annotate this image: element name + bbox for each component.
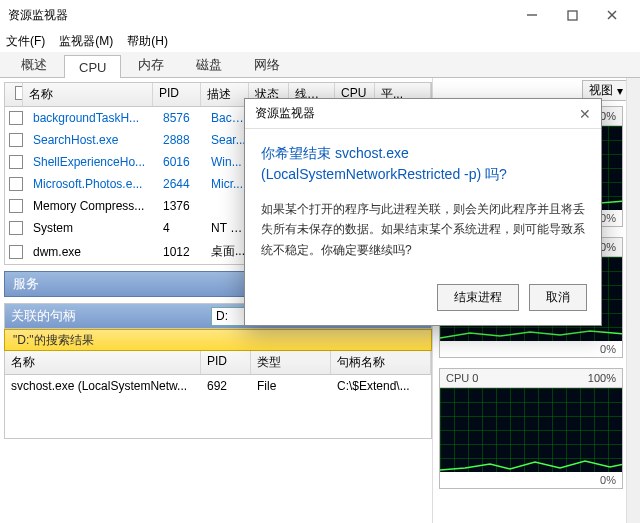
- maximize-button[interactable]: [552, 1, 592, 29]
- row-checkbox[interactable]: [9, 221, 23, 235]
- svg-rect-1: [568, 11, 577, 20]
- cancel-button[interactable]: 取消: [529, 284, 587, 311]
- row-checkbox[interactable]: [9, 245, 23, 259]
- menu-file[interactable]: 文件(F): [6, 33, 45, 50]
- row-checkbox[interactable]: [9, 177, 23, 191]
- confirm-dialog: 资源监视器 ✕ 你希望结束 svchost.exe (LocalSystemNe…: [244, 98, 602, 326]
- col-type[interactable]: 类型: [251, 351, 331, 374]
- menu-help[interactable]: 帮助(H): [127, 33, 168, 50]
- row-checkbox[interactable]: [9, 155, 23, 169]
- tabbar: 概述 CPU 内存 磁盘 网络: [0, 52, 640, 78]
- chevron-down-icon: ▾: [617, 84, 623, 98]
- tab-disk[interactable]: 磁盘: [181, 51, 237, 77]
- select-all-checkbox[interactable]: [15, 86, 23, 100]
- search-results-banner: "D:"的搜索结果: [4, 329, 432, 351]
- col-desc[interactable]: 描述: [201, 83, 249, 106]
- minimize-button[interactable]: [512, 1, 552, 29]
- services-label: 服务: [13, 275, 39, 293]
- menu-monitor[interactable]: 监视器(M): [59, 33, 113, 50]
- end-process-button[interactable]: 结束进程: [437, 284, 519, 311]
- col-handle[interactable]: 句柄名称: [331, 351, 431, 374]
- menubar: 文件(F) 监视器(M) 帮助(H): [0, 30, 640, 52]
- tab-network[interactable]: 网络: [239, 51, 295, 77]
- row-checkbox[interactable]: [9, 133, 23, 147]
- row-checkbox[interactable]: [9, 199, 23, 213]
- results-table-body: svchost.exe (LocalSystemNetw... 692 File…: [4, 375, 432, 439]
- dialog-title: 资源监视器: [255, 105, 315, 122]
- window-title: 资源监视器: [8, 7, 512, 24]
- cpu-graph: CPU 0100% 0%: [439, 368, 623, 489]
- col-pid[interactable]: PID: [201, 351, 251, 374]
- tab-cpu[interactable]: CPU: [64, 55, 121, 78]
- close-button[interactable]: [592, 1, 632, 29]
- dialog-headline: 你希望结束 svchost.exe (LocalSystemNetworkRes…: [261, 143, 585, 185]
- col-name[interactable]: 名称: [5, 351, 201, 374]
- vertical-scrollbar[interactable]: [626, 78, 640, 523]
- dialog-body-text: 如果某个打开的程序与此进程关联，则会关闭此程序并且将丢失所有未保存的数据。如果结…: [261, 199, 585, 260]
- col-name[interactable]: 名称: [23, 83, 153, 106]
- titlebar: 资源监视器: [0, 0, 640, 30]
- col-pid[interactable]: PID: [153, 83, 201, 106]
- results-table-header: 名称 PID 类型 句柄名称: [4, 351, 432, 375]
- handles-label: 关联的句柄: [11, 307, 76, 325]
- tab-overview[interactable]: 概述: [6, 51, 62, 77]
- row-checkbox[interactable]: [9, 111, 23, 125]
- view-label: 视图: [589, 82, 613, 99]
- dialog-close-button[interactable]: ✕: [579, 106, 591, 122]
- tab-memory[interactable]: 内存: [123, 51, 179, 77]
- table-row[interactable]: svchost.exe (LocalSystemNetw... 692 File…: [5, 375, 431, 397]
